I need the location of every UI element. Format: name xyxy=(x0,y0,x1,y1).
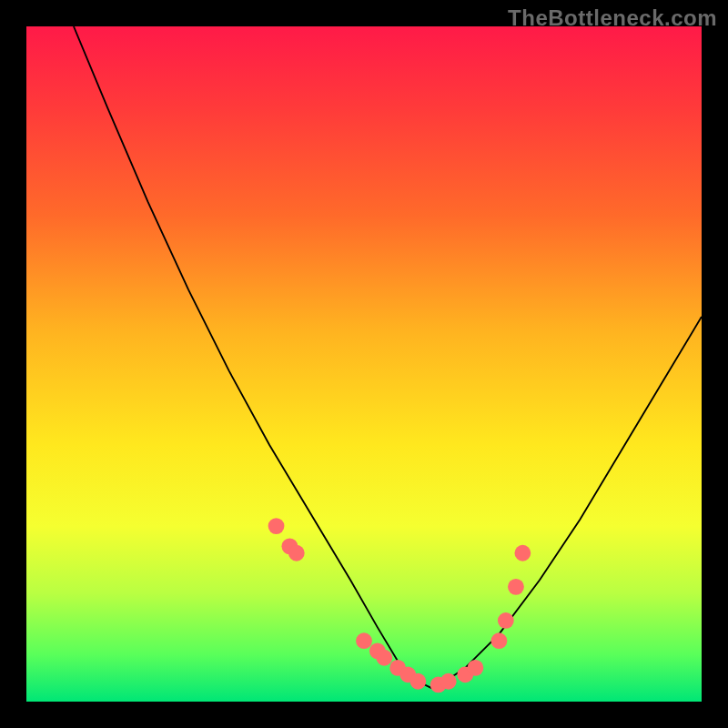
highlighted-point xyxy=(410,673,426,690)
highlighted-point xyxy=(514,545,531,561)
bottleneck-curve-path xyxy=(74,26,702,688)
highlighted-point xyxy=(468,660,484,676)
highlighted-point xyxy=(288,545,305,561)
highlighted-point xyxy=(508,579,524,595)
highlighted-point xyxy=(281,538,298,554)
highlighted-point xyxy=(399,666,416,682)
highlighted-point xyxy=(430,677,447,693)
highlighted-point xyxy=(498,612,514,629)
highlighted-point xyxy=(268,518,285,534)
highlighted-point xyxy=(369,642,386,659)
plot-area xyxy=(26,26,702,702)
highlighted-point xyxy=(376,650,392,666)
highlighted-point xyxy=(440,673,457,690)
highlighted-point xyxy=(389,660,406,676)
highlighted-point xyxy=(356,632,372,649)
chart-frame: TheBottleneck.com xyxy=(0,0,728,728)
highlighted-point xyxy=(457,666,473,682)
highlighted-points-group xyxy=(268,518,531,693)
curve-layer xyxy=(26,26,702,702)
highlighted-point xyxy=(490,632,507,649)
